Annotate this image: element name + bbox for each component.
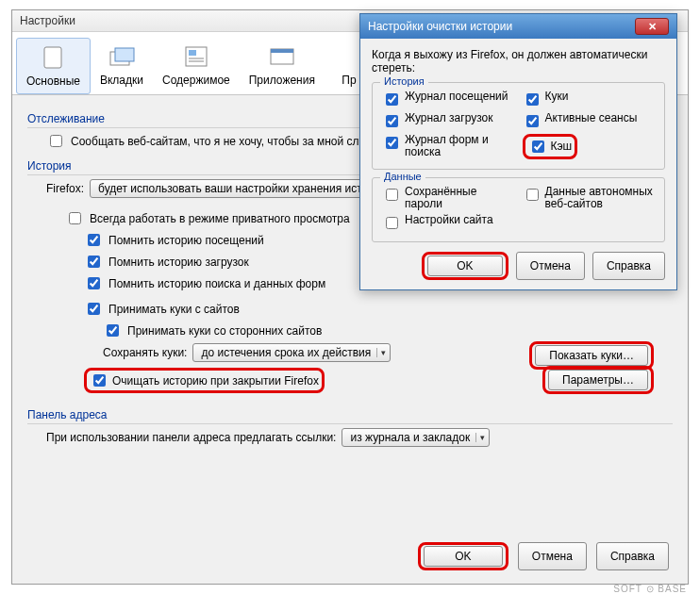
cookies-checkbox[interactable] <box>526 93 539 106</box>
sessions-checkbox[interactable] <box>526 115 539 127</box>
tell-sites-label: Сообщать веб-сайтам, что я не хочу, чтоб… <box>71 135 372 148</box>
general-icon <box>38 42 68 73</box>
tab-label: Основные <box>26 74 80 88</box>
remember-visits-checkbox[interactable] <box>88 234 100 246</box>
dropdown-value: из журнала и закладок <box>350 431 470 444</box>
firefox-label: Firefox: <box>46 182 84 195</box>
remember-visits-label: Помнить историю посещений <box>108 234 264 247</box>
accept-cookies-checkbox[interactable] <box>88 303 100 315</box>
clear-history-dialog: Настройки очистки истории ✕ Когда я выхо… <box>359 13 677 290</box>
svg-rect-9 <box>271 49 293 53</box>
tell-sites-checkbox[interactable] <box>50 135 62 147</box>
downloads-checkbox[interactable] <box>386 115 398 127</box>
accept-third-checkbox[interactable] <box>107 324 119 337</box>
cache-checkbox[interactable] <box>532 140 544 153</box>
dialog-ok-button[interactable]: OK <box>427 256 503 276</box>
dialog-help-button[interactable]: Справка <box>592 252 665 280</box>
svg-rect-5 <box>189 50 196 56</box>
always-private-checkbox[interactable] <box>69 212 81 224</box>
watermark: SOFT ⊙ BASE <box>613 584 687 594</box>
siteprefs-label: Настройки сайта <box>405 214 493 226</box>
remember-downloads-label: Помнить историю загрузок <box>108 256 249 269</box>
forms-checkbox[interactable] <box>386 137 398 149</box>
offline-label: Данные автономных веб-сайтов <box>545 186 656 210</box>
remember-downloads-checkbox[interactable] <box>88 256 100 268</box>
offline-checkbox[interactable] <box>526 189 539 201</box>
history-mode-dropdown[interactable]: будет использовать ваши настройки хранен… <box>90 179 394 198</box>
accept-third-label: Принимать куки со сторонних сайтов <box>127 324 322 338</box>
data-legend: Данные <box>380 171 425 182</box>
suggest-label: При использовании панели адреса предлага… <box>46 431 336 444</box>
history-legend: История <box>380 75 428 87</box>
clear-on-close-label: Очищать историю при закрытии Firefox <box>112 374 319 388</box>
tab-general[interactable]: Основные <box>16 38 91 94</box>
svg-rect-0 <box>44 47 61 68</box>
cache-label: Кэш <box>551 140 573 153</box>
siteprefs-checkbox[interactable] <box>386 217 398 229</box>
svg-rect-3 <box>115 48 134 61</box>
tab-label: Содержимое <box>162 74 230 87</box>
main-help-button[interactable]: Справка <box>596 542 669 570</box>
visits-label: Журнал посещений <box>405 91 508 103</box>
apps-icon <box>267 41 297 72</box>
tabs-icon <box>107 41 137 72</box>
clear-on-close-checkbox[interactable] <box>93 374 106 387</box>
data-fieldset: Данные Сохранённые пароли Данные автоном… <box>372 177 665 242</box>
keep-cookies-label: Сохранять куки: <box>103 346 187 359</box>
downloads-label: Журнал загрузок <box>405 112 493 124</box>
always-private-label: Всегда работать в режиме приватного прос… <box>90 212 350 225</box>
chevron-down-icon: ▾ <box>475 433 485 442</box>
tab-tabs[interactable]: Вкладки <box>91 38 153 94</box>
content-icon <box>181 41 211 72</box>
sessions-label: Активные сеансы <box>545 112 638 124</box>
passwords-checkbox[interactable] <box>386 189 398 201</box>
show-cookies-button[interactable]: Показать куки… <box>535 345 648 366</box>
main-cancel-button[interactable]: Отмена <box>518 542 587 570</box>
passwords-label: Сохранённые пароли <box>405 186 515 210</box>
dropdown-value: до истечения срока их действия <box>201 346 371 359</box>
dialog-cancel-button[interactable]: Отмена <box>516 252 585 280</box>
history-fieldset: История Журнал посещений Куки Журнал заг… <box>372 82 665 170</box>
tab-apps[interactable]: Приложения <box>240 38 325 94</box>
tab-cut[interactable]: Пр <box>325 38 364 94</box>
close-button[interactable]: ✕ <box>635 18 669 35</box>
accept-cookies-label: Принимать куки с сайтов <box>108 303 240 316</box>
dialog-title: Настройки очистки истории <box>368 20 512 33</box>
params-button[interactable]: Параметры… <box>548 370 648 390</box>
tab-label: Вкладки <box>100 74 143 87</box>
keep-cookies-dropdown[interactable]: до истечения срока их действия ▾ <box>192 343 391 362</box>
dialog-intro: Когда я выхожу из Firefox, он должен авт… <box>372 48 665 74</box>
suggest-dropdown[interactable]: из журнала и закладок ▾ <box>342 428 490 447</box>
tab-content[interactable]: Содержимое <box>153 38 240 94</box>
visits-checkbox[interactable] <box>386 93 398 106</box>
dropdown-value: будет использовать ваши настройки хранен… <box>98 182 375 195</box>
tab-label: Приложения <box>249 74 315 87</box>
main-ok-button[interactable]: OK <box>424 546 503 567</box>
group-addressbar: Панель адреса <box>27 408 673 424</box>
remember-forms-checkbox[interactable] <box>88 277 100 289</box>
forms-label: Журнал форм и поиска <box>405 134 515 158</box>
remember-forms-label: Помнить историю поиска и данных форм <box>108 277 325 290</box>
chevron-down-icon: ▾ <box>376 348 386 357</box>
cookies-label: Куки <box>545 91 569 103</box>
